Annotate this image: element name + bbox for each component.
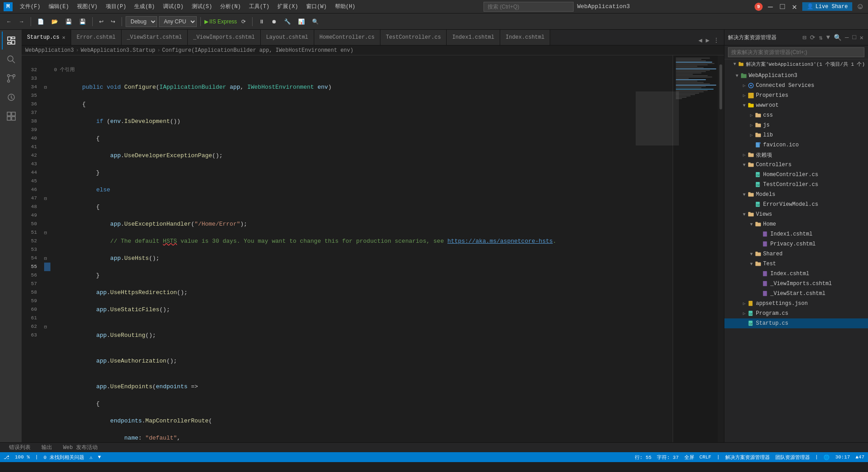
tree-item-webapp[interactable]: ▼ WebApplication3	[724, 71, 868, 81]
tree-item-views[interactable]: ▼ Views	[724, 209, 868, 219]
team-explorer-tab-btn[interactable]: 团队资源管理器	[775, 454, 810, 461]
tree-item-testcontroller[interactable]: C# TestController.cs	[724, 180, 868, 190]
scrollbar[interactable]	[718, 55, 724, 442]
expand-css[interactable]: ▷	[748, 113, 755, 118]
tree-item-index1[interactable]: Index1.cshtml	[724, 229, 868, 239]
tab-homecontroller[interactable]: HomeController.cs	[314, 30, 380, 45]
forward-button[interactable]: →	[16, 18, 27, 26]
tab-index1[interactable]: Index1.cshtml	[447, 30, 500, 45]
panel-maximize-icon[interactable]: □	[851, 33, 857, 42]
tree-item-errorviewmodel[interactable]: C# ErrorViewModel.cs	[724, 200, 868, 209]
open-button[interactable]: 📂	[49, 18, 61, 26]
sync-icon[interactable]: ⇅	[818, 33, 823, 42]
toolbar-btn-2[interactable]: ⏺	[269, 18, 280, 26]
tree-item-css[interactable]: ▷ css	[724, 110, 868, 120]
menu-tools[interactable]: 工具(T)	[245, 2, 273, 11]
search-solution-input[interactable]	[728, 47, 864, 57]
code-editor[interactable]: 32 33 34 35 36 37 38 39 40 41 42 43	[22, 55, 673, 442]
fold-54[interactable]: ⊟	[44, 256, 47, 261]
fold-34[interactable]: ⊟	[44, 85, 47, 90]
tab-layout[interactable]: Layout.cshtml	[261, 30, 314, 45]
menu-file[interactable]: 文件(F)	[16, 2, 44, 11]
tab-index[interactable]: Index.cshtml	[500, 30, 550, 45]
expand-home[interactable]: ▼	[748, 222, 755, 227]
fold-51[interactable]: ⊟	[44, 230, 47, 236]
expand-controllers[interactable]: ▼	[741, 163, 748, 168]
tree-item-home-folder[interactable]: ▼ Home	[724, 219, 868, 229]
breadcrumb-method[interactable]: Configure(IApplicationBuilder app, IWebH…	[162, 47, 353, 54]
tree-item-shared[interactable]: ▼ Shared	[724, 249, 868, 259]
platform-select[interactable]: Any CPU	[159, 16, 197, 27]
tree-item-favicon[interactable]: favicon.ico	[724, 140, 868, 150]
menu-analyze[interactable]: 分析(N)	[217, 2, 244, 11]
menu-extensions[interactable]: 扩展(X)	[274, 2, 302, 11]
fold-47[interactable]: ⊟	[44, 196, 47, 201]
solution-explorer-tab-btn[interactable]: 解决方案资源管理器	[725, 454, 770, 461]
search-input[interactable]	[484, 2, 574, 12]
close-button[interactable]: ✕	[790, 2, 799, 12]
redo-button[interactable]: ↪	[108, 18, 118, 26]
tree-item-js[interactable]: ▷ js	[724, 120, 868, 130]
tree-item-connected-services[interactable]: ▷ Connected Services	[724, 81, 868, 91]
tree-item-startup[interactable]: C# Startup.cs	[724, 318, 868, 328]
notification-badge[interactable]: 9	[755, 3, 763, 11]
tab-viewimports[interactable]: _ViewImports.cshtml	[188, 30, 261, 45]
menu-test[interactable]: 测试(S)	[188, 2, 216, 11]
tab-viewstart[interactable]: _ViewStart.cshtml	[122, 30, 188, 45]
tree-item-test-folder[interactable]: ▼ Test	[724, 259, 868, 269]
menu-debug[interactable]: 调试(D)	[159, 2, 187, 11]
expand-properties[interactable]: ▷	[741, 93, 748, 98]
menu-help[interactable]: 帮助(H)	[331, 2, 359, 11]
debug-mode-select[interactable]: Debug	[126, 16, 157, 27]
error-status[interactable]: 0 未找到相关问题	[44, 454, 84, 461]
expand-test[interactable]: ▼	[748, 262, 755, 267]
expand-program[interactable]: ▷	[741, 311, 748, 316]
tab-startup-cs-close[interactable]: ✕	[62, 34, 65, 41]
undo-button[interactable]: ↩	[96, 18, 106, 26]
fold-62[interactable]: ⊟	[44, 324, 47, 330]
tab-list[interactable]: ⋮	[712, 36, 720, 45]
activity-extensions[interactable]	[2, 107, 20, 125]
expand-models[interactable]: ▼	[741, 192, 748, 197]
menu-view[interactable]: 视图(V)	[73, 2, 101, 11]
new-file-button[interactable]: 📄	[35, 18, 47, 26]
tree-item-viewstart[interactable]: _ViewStart.cshtml	[724, 289, 868, 299]
run-button[interactable]: ▶ IIS Express	[204, 18, 237, 25]
menu-build[interactable]: 生成(B)	[131, 2, 158, 11]
tab-startup-cs[interactable]: Startup.cs ✕	[22, 30, 71, 45]
save-all-button[interactable]: 💾	[77, 18, 89, 26]
zoom-level[interactable]: 100 %	[15, 454, 30, 460]
tree-item-privacy[interactable]: Privacy.cshtml	[724, 239, 868, 249]
panel-pin-icon[interactable]: ✕	[859, 33, 864, 42]
expand-views[interactable]: ▼	[741, 212, 748, 217]
toolbar-btn-1[interactable]: ⏸	[256, 18, 267, 26]
tab-error-cshtml[interactable]: Error.cshtml	[71, 30, 121, 45]
activity-explorer[interactable]	[2, 32, 20, 50]
fullscreen-status[interactable]: 全屏	[684, 454, 694, 461]
refresh-icon[interactable]: ⟳	[809, 33, 816, 42]
menu-project[interactable]: 项目(P)	[102, 2, 130, 11]
panel-close-icon[interactable]: —	[844, 33, 850, 42]
expand-connected[interactable]: ▷	[741, 83, 748, 88]
expand-lib[interactable]: ▷	[748, 132, 755, 138]
expand-js[interactable]: ▷	[748, 123, 755, 128]
live-share-button[interactable]: 👤 Live Share	[802, 2, 852, 11]
tree-item-dependencies[interactable]: ▷ 依赖项	[724, 150, 868, 160]
tab-testcontroller[interactable]: TestController.cs	[380, 30, 447, 45]
tree-item-homecontroller[interactable]: C# HomeController.cs	[724, 170, 868, 180]
tree-item-index-cshtml[interactable]: Index.cshtml	[724, 269, 868, 279]
tree-item-program[interactable]: ▷ C# Program.cs	[724, 309, 868, 318]
tab-scroll-right[interactable]: ▶	[705, 36, 710, 45]
menu-window[interactable]: 窗口(W)	[303, 2, 330, 11]
search-panel-icon[interactable]: 🔍	[833, 33, 842, 42]
maximize-button[interactable]: □	[778, 2, 787, 11]
menu-edit[interactable]: 编辑(E)	[45, 2, 73, 11]
back-button[interactable]: ←	[4, 18, 14, 26]
toolbar-btn-4[interactable]: 📊	[295, 18, 307, 26]
network-icon[interactable]: 🌐	[823, 454, 830, 460]
restart-button[interactable]: ⟳	[239, 18, 249, 26]
save-button[interactable]: 💾	[63, 18, 75, 26]
expand-shared[interactable]: ▼	[748, 252, 755, 257]
tree-item-properties[interactable]: ▷ Properties	[724, 91, 868, 100]
filter-icon[interactable]: ▼	[825, 33, 831, 42]
